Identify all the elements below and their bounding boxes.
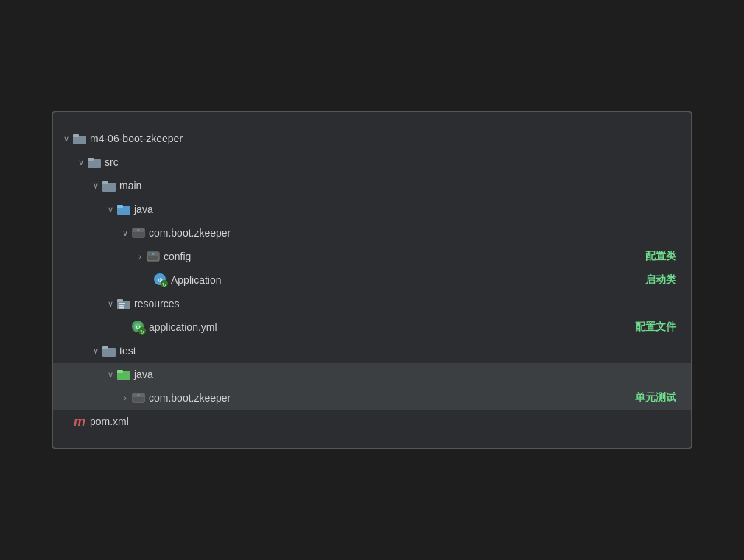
label-main: main: [119, 180, 676, 192]
chevron-src[interactable]: [75, 156, 87, 168]
svg-rect-23: [119, 307, 124, 309]
chevron-config[interactable]: [134, 251, 146, 262]
icon-resources: [116, 296, 131, 311]
svg-text:↻: ↻: [162, 282, 166, 287]
svg-point-35: [138, 394, 140, 396]
icon-pom-xml: m: [72, 414, 87, 429]
svg-rect-20: [117, 299, 123, 302]
label-com-boot-zkeeper: com.boot.zkeeper: [149, 227, 676, 239]
annotation-config: 配置类: [645, 250, 676, 263]
file-tree: m4-06-boot-zkeeper src main java com.boo…: [53, 124, 691, 436]
tree-row-java-main[interactable]: java: [53, 197, 691, 221]
svg-rect-5: [102, 181, 108, 184]
icon-application-yml: ⚙ ↻: [131, 320, 146, 335]
tree-row-test[interactable]: test: [53, 339, 691, 363]
label-src: src: [105, 156, 676, 168]
svg-rect-32: [117, 370, 123, 373]
svg-rect-3: [88, 158, 94, 161]
chevron-test[interactable]: [90, 345, 102, 357]
svg-point-13: [152, 253, 155, 255]
icon-main: [102, 178, 116, 193]
icon-config: [146, 249, 161, 264]
tree-row-java-test[interactable]: java: [53, 363, 691, 386]
tree-row-application-yml[interactable]: ⚙ ↻ application.yml配置文件: [53, 315, 691, 339]
icon-test: [102, 343, 116, 358]
annotation-com-boot-zkeeper-test: 单元测试: [635, 391, 676, 405]
file-tree-panel: m4-06-boot-zkeeper src main java com.boo…: [52, 111, 692, 449]
tree-row-application[interactable]: ⚙ ↻ Application启动类: [53, 268, 691, 292]
chevron-java-main[interactable]: [105, 203, 116, 215]
label-test: test: [119, 345, 676, 357]
tree-row-pom-xml[interactable]: mpom.xml: [53, 410, 691, 433]
label-pom-xml: pom.xml: [90, 416, 676, 427]
svg-rect-22: [119, 305, 124, 307]
label-java-main: java: [134, 203, 676, 215]
chevron-resources[interactable]: [105, 298, 116, 309]
chevron-root[interactable]: [60, 133, 72, 144]
annotation-application: 启动类: [645, 273, 676, 287]
tree-row-com-boot-zkeeper-test[interactable]: com.boot.zkeeper单元测试: [53, 386, 691, 410]
svg-text:↻: ↻: [140, 329, 144, 335]
tree-row-config[interactable]: config配置类: [53, 245, 691, 268]
svg-rect-21: [119, 303, 125, 304]
chevron-com-boot-zkeeper-test[interactable]: [119, 392, 131, 404]
tree-row-resources[interactable]: resources: [53, 292, 691, 315]
tree-row-root[interactable]: m4-06-boot-zkeeper: [53, 127, 691, 150]
label-root: m4-06-boot-zkeeper: [90, 133, 676, 144]
chevron-com-boot-zkeeper[interactable]: [119, 227, 131, 239]
svg-rect-30: [102, 346, 108, 349]
icon-com-boot-zkeeper-test: [131, 391, 146, 405]
icon-src: [87, 155, 102, 169]
tree-row-main[interactable]: main: [53, 174, 691, 197]
icon-com-boot-zkeeper: [131, 225, 146, 240]
icon-java-main: [116, 202, 131, 217]
icon-application: ⚙ ↻: [153, 273, 168, 287]
label-application: Application: [171, 274, 645, 286]
icon-java-test: [116, 367, 131, 382]
label-resources: resources: [134, 298, 676, 309]
label-config: config: [164, 251, 645, 262]
label-application-yml: application.yml: [149, 321, 635, 333]
label-com-boot-zkeeper-test: com.boot.zkeeper: [149, 392, 635, 404]
annotation-application-yml: 配置文件: [635, 321, 676, 334]
chevron-main[interactable]: [90, 180, 102, 192]
tree-row-src[interactable]: src: [53, 150, 691, 174]
tree-row-com-boot-zkeeper[interactable]: com.boot.zkeeper: [53, 221, 691, 245]
svg-rect-7: [117, 205, 123, 208]
icon-root: [72, 131, 87, 146]
label-java-test: java: [134, 368, 676, 380]
svg-point-10: [138, 229, 140, 231]
svg-rect-1: [73, 134, 79, 137]
chevron-java-test[interactable]: [105, 368, 116, 380]
